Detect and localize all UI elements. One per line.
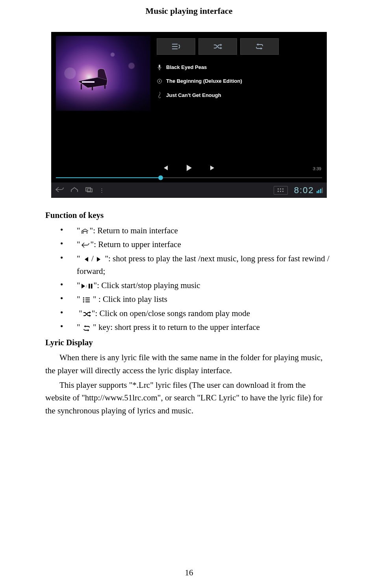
list-item: " / ": shot press to play the last /next… bbox=[45, 252, 333, 278]
track-name: Just Can't Get Enough bbox=[166, 92, 221, 98]
back-icon[interactable] bbox=[55, 187, 64, 194]
svg-rect-14 bbox=[282, 191, 284, 192]
microphone-icon bbox=[157, 65, 162, 70]
svg-rect-0 bbox=[81, 84, 82, 89]
function-keys-heading: Function of keys bbox=[45, 209, 333, 222]
svg-rect-4 bbox=[159, 65, 160, 68]
svg-rect-13 bbox=[280, 191, 281, 192]
list-item: " " : Click into play lists bbox=[45, 293, 333, 306]
shuffle-icon bbox=[83, 311, 91, 318]
home-rect-icon bbox=[81, 228, 89, 235]
album-name: The Beginning (Deluxe Edition) bbox=[166, 78, 242, 84]
previous-icon[interactable] bbox=[162, 165, 169, 172]
svg-rect-3 bbox=[82, 81, 94, 83]
artist-name: Black Eyed Peas bbox=[166, 64, 207, 70]
list-item: "": Click on open/close songs random pla… bbox=[45, 307, 333, 320]
svg-rect-2 bbox=[104, 83, 106, 89]
repeat-button[interactable] bbox=[240, 38, 279, 55]
menu-dots-icon[interactable]: ⋮ bbox=[99, 187, 105, 193]
next-icon[interactable] bbox=[209, 165, 216, 172]
list-item: " " key: short press it to return to the… bbox=[45, 321, 333, 334]
previous-track-icon bbox=[83, 256, 89, 263]
svg-rect-16 bbox=[89, 284, 90, 288]
svg-rect-1 bbox=[92, 86, 93, 90]
key-list: "": Return to main interface "": Return … bbox=[45, 224, 333, 334]
lyric-heading: Lyric Display bbox=[45, 336, 333, 349]
list-item: "": Return to main interface bbox=[45, 224, 333, 237]
list-item: "": Return to upper interface bbox=[45, 238, 333, 251]
paragraph: This player supports "*.Lrc" lyric files… bbox=[45, 379, 333, 417]
svg-rect-17 bbox=[91, 284, 93, 288]
apps-button[interactable] bbox=[274, 186, 288, 195]
svg-rect-7 bbox=[86, 188, 91, 191]
svg-rect-10 bbox=[280, 188, 281, 190]
disc-icon bbox=[157, 79, 162, 84]
seek-bar[interactable] bbox=[51, 173, 327, 182]
back-arrow-icon bbox=[81, 242, 90, 249]
signal-icon bbox=[317, 188, 323, 193]
recent-apps-icon[interactable] bbox=[85, 187, 93, 194]
shuffle-button[interactable] bbox=[198, 38, 237, 55]
page-title: Music playing interface bbox=[45, 6, 333, 16]
list-item: "/": Click start/stop playing music bbox=[45, 279, 333, 292]
treble-clef-icon bbox=[157, 92, 162, 98]
svg-point-6 bbox=[159, 80, 160, 82]
android-navbar: ⋮ 8:02 bbox=[51, 182, 327, 198]
repeat-icon bbox=[83, 325, 90, 332]
next-track-icon bbox=[96, 256, 102, 263]
playlist-icon bbox=[83, 296, 90, 303]
total-time: 3:39 bbox=[313, 166, 321, 171]
svg-rect-12 bbox=[278, 191, 279, 192]
music-player-screenshot: Black Eyed Peas The Beginning (Deluxe Ed… bbox=[51, 32, 327, 198]
home-icon[interactable] bbox=[70, 187, 79, 194]
svg-rect-9 bbox=[278, 188, 279, 190]
page-number: 16 bbox=[0, 568, 378, 578]
queue-button[interactable] bbox=[157, 38, 195, 55]
svg-rect-11 bbox=[282, 188, 284, 190]
play-icon[interactable] bbox=[186, 164, 192, 173]
svg-text:/: / bbox=[86, 284, 87, 288]
status-clock: 8:02 bbox=[294, 185, 323, 195]
album-art bbox=[56, 36, 150, 111]
paragraph: When there is any lyric file with the sa… bbox=[45, 351, 333, 377]
play-pause-icon: / bbox=[81, 283, 93, 290]
